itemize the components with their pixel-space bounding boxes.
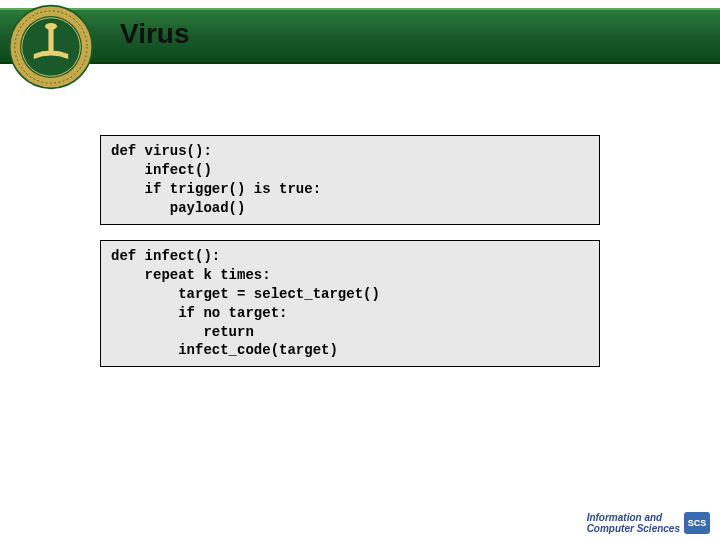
footer-line2: Computer Sciences (587, 523, 680, 534)
svg-rect-3 (48, 28, 53, 54)
svg-point-4 (45, 23, 57, 30)
footer-line1: Information and (587, 512, 663, 523)
code-block-virus: def virus(): infect() if trigger() is tr… (100, 135, 600, 225)
code-block-infect: def infect(): repeat k times: target = s… (100, 240, 600, 367)
header-bar (0, 8, 720, 64)
university-seal-logo (8, 4, 94, 90)
footer-dept-logo: Information and Computer Sciences SCS (587, 512, 710, 534)
footer-badge: SCS (684, 512, 710, 534)
slide-title: Virus (120, 18, 190, 50)
